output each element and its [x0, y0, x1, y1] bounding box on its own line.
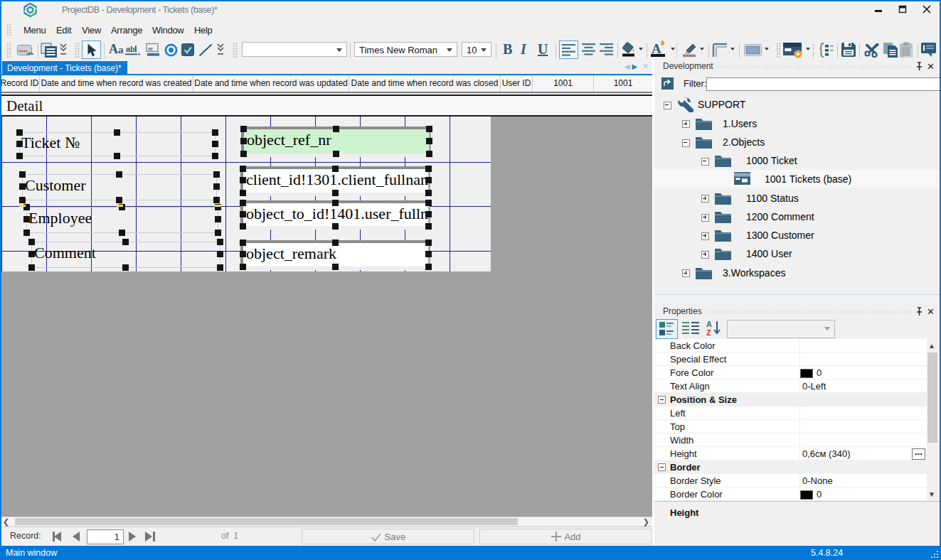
- svg-text:ab: ab: [126, 45, 135, 53]
- svg-text:Z: Z: [706, 328, 711, 337]
- svg-text:A: A: [706, 320, 712, 328]
